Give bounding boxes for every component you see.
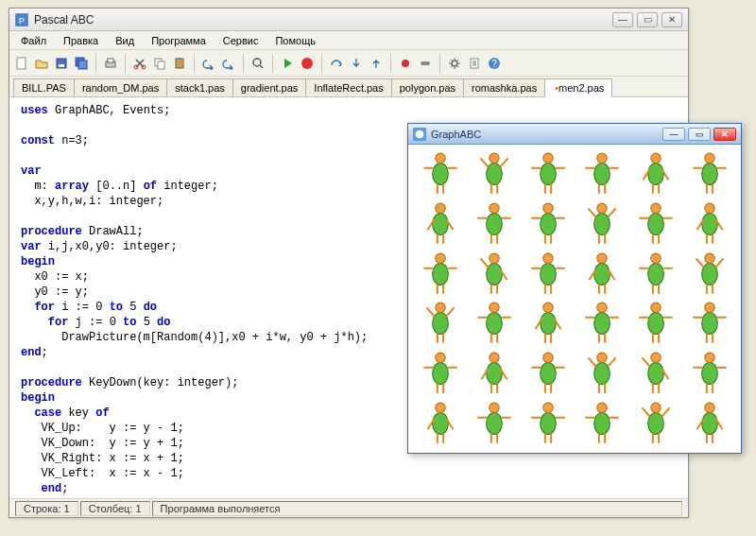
options-icon[interactable] (446, 55, 463, 72)
tab-men2[interactable]: •men2.pas (544, 78, 612, 97)
statusbar: Строка: 1 Столбец: 1 Программа выполняет… (9, 498, 688, 517)
figure-sprite (629, 200, 681, 249)
redo-icon[interactable] (220, 55, 237, 72)
svg-point-15 (253, 59, 261, 66)
copy-icon[interactable] (151, 55, 168, 72)
tab-bar: BILL.PAS random_DM.pas stack1.pas gradie… (9, 77, 688, 97)
figure-sprite (414, 250, 466, 298)
figure-sprite (468, 150, 520, 199)
figure-sprite (629, 350, 681, 398)
svg-rect-18 (421, 61, 430, 65)
graph-app-icon (413, 128, 426, 141)
step-out-icon[interactable] (368, 55, 385, 72)
figure-sprite (468, 350, 520, 398)
menubar: Файл Правка Вид Программа Сервис Помощь (9, 31, 688, 50)
menu-help[interactable]: Помощь (267, 33, 323, 48)
help-icon[interactable]: ? (486, 55, 503, 72)
menu-service[interactable]: Сервис (215, 33, 266, 48)
graph-title: GraphABC (431, 129, 660, 140)
svg-point-17 (402, 60, 409, 67)
tab-inflaterect[interactable]: InflateRect.pas (305, 78, 391, 96)
cut-icon[interactable] (131, 55, 148, 72)
window-controls: — ▭ ✕ (612, 12, 682, 27)
menu-file[interactable]: Файл (13, 33, 54, 48)
saveall-icon[interactable] (73, 55, 90, 72)
close-button[interactable]: ✕ (662, 12, 682, 27)
figure-sprite (468, 250, 520, 298)
menu-program[interactable]: Программа (144, 33, 214, 48)
figure-sprite (414, 300, 466, 348)
figure-sprite (522, 150, 574, 199)
svg-rect-8 (108, 59, 113, 62)
figure-sprite (414, 200, 466, 249)
run-icon[interactable] (279, 55, 296, 72)
status-line: Строка: 1 (15, 501, 78, 516)
status-message: Программа выполняется (152, 501, 682, 516)
figure-sprite (576, 350, 627, 398)
tab-polygon[interactable]: polygon.pas (391, 78, 464, 96)
svg-rect-12 (158, 61, 164, 69)
svg-rect-6 (78, 61, 87, 69)
save-icon[interactable] (53, 55, 70, 72)
figure-sprite (522, 350, 574, 398)
tab-bill[interactable]: BILL.PAS (13, 78, 75, 96)
ide-title: Pascal ABC (34, 13, 612, 26)
print-icon[interactable] (102, 55, 119, 72)
step-into-icon[interactable] (348, 55, 365, 72)
figure-sprite (522, 250, 574, 298)
figure-sprite (629, 150, 681, 199)
svg-rect-14 (178, 58, 181, 60)
ide-titlebar[interactable]: P Pascal ABC — ▭ ✕ (9, 9, 688, 31)
menu-view[interactable]: Вид (108, 33, 142, 48)
figure-sprite (576, 200, 627, 249)
figure-sprite (629, 250, 681, 298)
graph-window: GraphABC — ▭ ✕ (407, 123, 742, 454)
figure-sprite (414, 350, 466, 398)
figure-sprite (683, 350, 735, 398)
graph-canvas (408, 145, 741, 453)
tab-stack1[interactable]: stack1.pas (166, 78, 233, 96)
graph-maximize-button[interactable]: ▭ (688, 128, 711, 141)
new-icon[interactable] (13, 55, 30, 72)
tab-gradient[interactable]: gradient.pas (232, 78, 307, 96)
toolbar: ? (9, 50, 688, 77)
graph-close-button[interactable]: ✕ (713, 128, 736, 141)
figure-sprite (683, 150, 735, 199)
figure-sprite (683, 250, 735, 298)
figure-sprite (683, 300, 735, 348)
undo-icon[interactable] (200, 55, 217, 72)
step-over-icon[interactable] (328, 55, 345, 72)
figure-sprite (468, 399, 520, 447)
compile-icon[interactable] (466, 55, 483, 72)
svg-rect-4 (59, 64, 64, 67)
figure-sprite (414, 150, 466, 199)
graph-minimize-button[interactable]: — (662, 128, 685, 141)
tab-random-dm[interactable]: random_DM.pas (74, 78, 167, 96)
svg-point-24 (416, 130, 424, 138)
figure-sprite (576, 300, 627, 348)
maximize-button[interactable]: ▭ (637, 12, 658, 27)
toggle-icon[interactable] (417, 55, 434, 72)
svg-rect-2 (17, 58, 26, 69)
figure-sprite (468, 200, 520, 249)
figure-sprite (629, 300, 681, 348)
svg-rect-13 (176, 59, 183, 68)
figure-sprite (576, 399, 627, 447)
figure-sprite (414, 399, 466, 447)
tab-romashka[interactable]: romashka.pas (463, 78, 545, 96)
breakpoint-icon[interactable] (397, 55, 414, 72)
figure-sprite (576, 150, 627, 199)
svg-point-16 (301, 58, 313, 69)
svg-point-19 (452, 61, 457, 66)
stop-icon[interactable] (299, 55, 316, 72)
figure-sprite (576, 250, 627, 298)
status-col: Столбец: 1 (80, 501, 150, 516)
menu-edit[interactable]: Правка (56, 33, 106, 48)
graph-titlebar[interactable]: GraphABC — ▭ ✕ (408, 124, 741, 145)
open-icon[interactable] (33, 55, 50, 72)
find-icon[interactable] (249, 55, 266, 72)
svg-text:?: ? (491, 59, 497, 69)
figure-sprite (522, 399, 574, 447)
minimize-button[interactable]: — (612, 12, 633, 27)
paste-icon[interactable] (171, 55, 188, 72)
